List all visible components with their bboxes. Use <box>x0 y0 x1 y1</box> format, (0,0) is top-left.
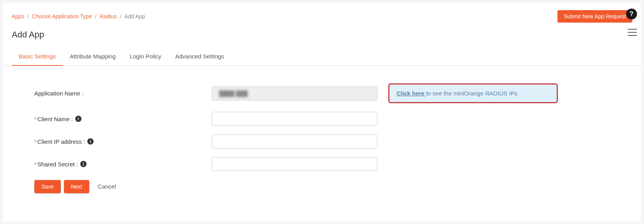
tab-advanced-settings[interactable]: Advanced Settings <box>168 48 231 66</box>
required-asterisk: * <box>34 161 37 168</box>
tab-login-policy[interactable]: Login Policy <box>123 48 168 66</box>
click-here-link[interactable]: Click here <box>396 90 426 97</box>
client-ip-input[interactable] <box>212 134 377 148</box>
menu-icon[interactable] <box>628 29 637 36</box>
tab-basic-settings[interactable]: Basic Settings <box>12 48 63 66</box>
application-name-input: ████ ███ <box>212 86 377 101</box>
info-icon[interactable]: i <box>80 161 87 167</box>
application-name-label: Application Name : <box>34 90 212 97</box>
breadcrumb: Apps / Choose Application Type / Radius … <box>12 13 145 19</box>
breadcrumb-separator: / <box>118 13 123 19</box>
breadcrumb-link-apps[interactable]: Apps <box>12 13 24 19</box>
required-asterisk: * <box>34 116 37 122</box>
shared-secret-input[interactable] <box>212 157 377 171</box>
application-name-value: ████ ███ <box>216 90 248 97</box>
breadcrumb-link-radius[interactable]: Radius <box>100 13 117 19</box>
callout-rest-text: to see the miniOrange RADIUS IPs <box>426 90 517 97</box>
submit-new-app-request-button[interactable]: Submit New App Request <box>557 10 632 23</box>
save-button[interactable]: Save <box>34 180 61 193</box>
tab-attribute-mapping[interactable]: Attribute Mapping <box>63 48 123 66</box>
tabs: Basic Settings Attribute Mapping Login P… <box>3 48 641 66</box>
shared-secret-label: Shared Secret : <box>37 161 78 168</box>
breadcrumb-link-choose-type[interactable]: Choose Application Type <box>32 13 92 19</box>
breadcrumb-separator: / <box>94 13 98 19</box>
page-title: Add App <box>3 26 641 48</box>
required-asterisk: * <box>34 138 37 145</box>
radius-ips-callout: Click here to see the miniOrange RADIUS … <box>388 83 558 103</box>
info-icon[interactable]: i <box>87 138 94 145</box>
client-name-input[interactable] <box>212 112 377 126</box>
help-icon[interactable]: ? <box>626 9 637 19</box>
cancel-button[interactable]: Cancel <box>92 180 122 193</box>
client-ip-label: Client IP address : <box>37 138 85 145</box>
next-button[interactable]: Next <box>64 180 89 193</box>
info-icon[interactable]: i <box>75 116 81 122</box>
client-name-label: Client Name : <box>37 116 73 122</box>
breadcrumb-current: Add App <box>124 13 145 19</box>
breadcrumb-separator: / <box>26 13 30 19</box>
